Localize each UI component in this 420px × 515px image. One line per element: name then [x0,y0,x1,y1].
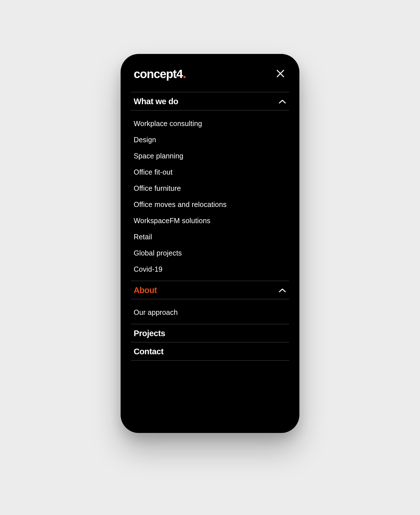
menu-section-contact[interactable]: Contact [131,342,289,361]
submenu-item-global-projects[interactable]: Global projects [134,245,286,261]
close-icon [276,69,285,79]
menu-label: About [134,286,157,295]
chevron-up-icon [278,288,286,293]
chevron-up-icon [278,99,286,104]
submenu-item-our-approach[interactable]: Our approach [134,304,286,321]
phone-mockup: concept4. What we do Workplace consultin… [121,54,299,433]
menu-label: Projects [134,329,165,338]
submenu-item-retail[interactable]: Retail [134,229,286,245]
submenu-what-we-do: Workplace consulting Design Space planni… [131,110,289,281]
close-button[interactable] [274,68,286,81]
logo[interactable]: concept4. [134,68,186,80]
menu-label: Contact [134,347,163,356]
submenu-item-covid-19[interactable]: Covid-19 [134,261,286,277]
submenu-item-space-planning[interactable]: Space planning [134,148,286,164]
menu-section-what-we-do[interactable]: What we do [131,92,289,110]
submenu-about: Our approach [131,299,289,324]
main-menu: What we do Workplace consulting Design S… [131,92,289,361]
submenu-item-design[interactable]: Design [134,132,286,148]
submenu-item-office-fit-out[interactable]: Office fit-out [134,164,286,180]
menu-section-projects[interactable]: Projects [131,324,289,342]
submenu-item-office-furniture[interactable]: Office furniture [134,180,286,196]
header: concept4. [131,68,289,92]
menu-label: What we do [134,97,178,106]
submenu-item-workplace-consulting[interactable]: Workplace consulting [134,116,286,132]
submenu-item-workspacefm[interactable]: WorkspaceFM solutions [134,213,286,229]
logo-text: concept4 [134,67,182,81]
logo-dot: . [182,66,186,81]
menu-section-about[interactable]: About [131,281,289,299]
submenu-item-office-moves[interactable]: Office moves and relocations [134,196,286,213]
